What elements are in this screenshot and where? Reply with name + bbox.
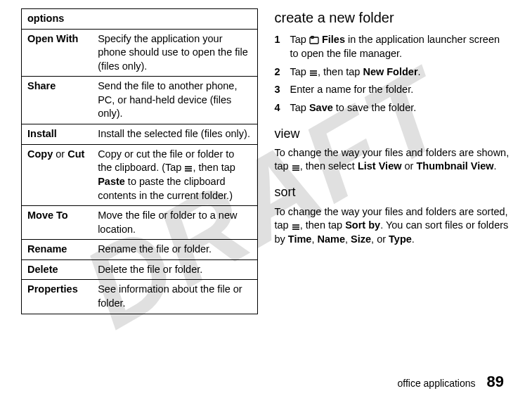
table-row: Open With Specify the application your p…	[22, 29, 258, 77]
page-number: 89	[487, 373, 504, 391]
step-number: 3	[275, 83, 290, 97]
option-desc: Send the file to another phone, PC, or h…	[92, 77, 257, 124]
option-label: Delete	[22, 259, 93, 280]
option-label: Properties	[22, 280, 93, 314]
table-row: Copy or Cut Copy or cut the file or fold…	[22, 144, 258, 206]
step-number: 4	[275, 101, 290, 115]
sort-paragraph: To change the way your files and folders…	[275, 205, 512, 247]
table-row: Share Send the file to another phone, PC…	[22, 77, 258, 124]
heading-create-folder: create a new folder	[275, 8, 512, 27]
option-desc: Copy or cut the file or folder to the cl…	[92, 144, 257, 206]
table-row: Install Install the selected file (files…	[22, 124, 258, 144]
step-number: 1	[275, 33, 290, 61]
option-label: Install	[22, 124, 93, 144]
heading-view: view	[275, 125, 512, 142]
card-icon	[309, 33, 319, 47]
option-label: Open With	[22, 29, 93, 77]
step: 1 Tap Files in the application launcher …	[275, 33, 512, 61]
option-label: Copy or Cut	[22, 144, 93, 206]
option-desc: Rename the file or folder.	[92, 240, 257, 260]
menu-icon	[292, 160, 300, 174]
option-desc: Move the file or folder to a new locatio…	[92, 206, 257, 240]
footer-label: office applications	[397, 378, 475, 389]
option-desc: Delete the file or folder.	[92, 259, 257, 280]
option-desc: Install the selected file (files only).	[92, 124, 257, 144]
table-row: Properties See information about the fil…	[22, 280, 258, 314]
option-label: Move To	[22, 206, 93, 240]
table-row: Delete Delete the file or folder.	[22, 259, 258, 280]
option-desc: See information about the file or folder…	[92, 280, 257, 314]
step-text: Tap , then tap New Folder.	[290, 65, 421, 79]
table-row: Rename Rename the file or folder.	[22, 240, 258, 260]
option-label: Share	[22, 77, 93, 124]
menu-icon	[292, 219, 300, 233]
step: 2 Tap , then tap New Folder.	[275, 65, 512, 79]
step: 3 Enter a name for the folder.	[275, 83, 512, 97]
instructions-column: create a new folder 1 Tap Files in the a…	[275, 8, 512, 367]
option-label: Rename	[22, 240, 93, 260]
menu-icon	[309, 65, 318, 79]
step-text: Tap Files in the application launcher sc…	[290, 33, 512, 61]
step: 4 Tap Save to save the folder.	[275, 101, 512, 115]
step-number: 2	[275, 65, 290, 79]
options-table: options Open With Specify the applicatio…	[21, 8, 258, 314]
menu-icon	[184, 161, 193, 175]
step-text: Tap Save to save the folder.	[290, 101, 417, 115]
option-desc: Specify the application your phone shoul…	[92, 29, 257, 77]
table-row: Move To Move the file or folder to a new…	[22, 206, 258, 240]
heading-sort: sort	[275, 184, 512, 200]
step-text: Enter a name for the folder.	[290, 83, 414, 97]
options-table-column: options Open With Specify the applicatio…	[21, 8, 258, 367]
page-footer: office applications 89	[21, 367, 511, 391]
view-paragraph: To change the way your files and folders…	[275, 146, 512, 174]
table-header: options	[22, 9, 258, 30]
